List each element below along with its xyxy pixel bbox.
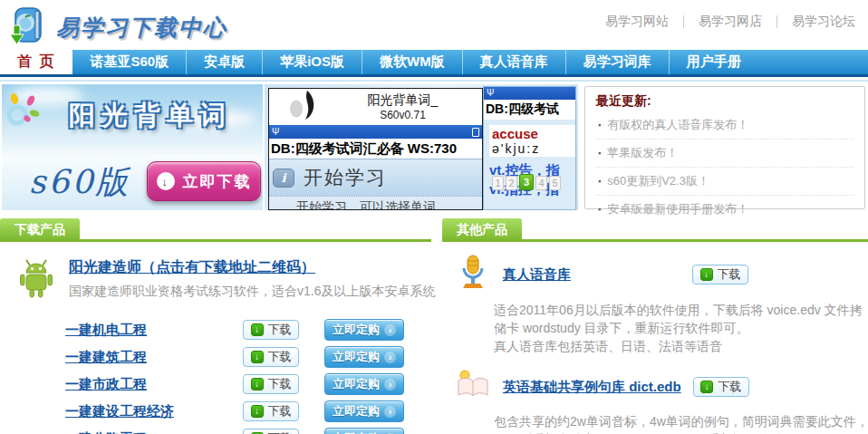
app-screenshot-1: 阳光背单词_ S60v0.71 Ψ DB:四级考试词汇必备 WS:730 i 开… bbox=[268, 88, 483, 210]
antenna-icon: Ψ bbox=[487, 89, 494, 98]
recent-updates-list: ▪ 有版权的真人语音库发布！ ▪ 苹果版发布！ ▪ s60更新到V2.3版！ ▪… bbox=[596, 111, 854, 223]
bullet-icon: ▪ bbox=[598, 149, 601, 158]
pager-3-active[interactable]: 3 bbox=[519, 174, 534, 190]
download-arrow-icon: ↓ bbox=[251, 351, 264, 363]
download-button[interactable]: ↓ 下载 bbox=[243, 347, 299, 367]
header-link-divider bbox=[683, 15, 684, 28]
other-product-link[interactable]: 英语基础共享例句库 dict.edb bbox=[503, 379, 681, 396]
bullet-icon: ▪ bbox=[598, 177, 601, 186]
main-nav: 首 页 诺基亚S60版 安卓版 苹果iOS版 微软WM版 真人语音库 易学习词库… bbox=[0, 50, 868, 77]
pager-4[interactable]: 4 bbox=[535, 176, 547, 190]
other-product-link[interactable]: 真人语音库 bbox=[503, 266, 680, 284]
pager-5[interactable]: 5 bbox=[549, 176, 561, 190]
download-label: 下载 bbox=[268, 376, 292, 392]
desc-line: 储卡 wordstudy 目录下，重新运行软件即可。 bbox=[494, 319, 868, 337]
desc-line: 真人语音库包括英语、日语、法语等语音 bbox=[494, 337, 868, 355]
featured-product-desc: 国家建造师职业资格考试练习软件，适合v1.6及以上版本安卓系统 bbox=[69, 284, 435, 300]
app-logo-icon bbox=[285, 89, 323, 125]
nav-tab-ios[interactable]: 苹果iOS版 bbox=[262, 50, 362, 74]
header-link-website[interactable]: 易学习网站 bbox=[605, 14, 669, 30]
recent-updates-title: 最近更新: bbox=[596, 93, 854, 111]
android-robot-icon bbox=[14, 256, 58, 305]
sun-logo-icon bbox=[4, 92, 45, 133]
download-arrow-icon: ↓ bbox=[251, 378, 264, 391]
nav-tab-manual[interactable]: 用户手册 bbox=[669, 50, 758, 74]
downloads-section-head: 下载产品 bbox=[0, 220, 431, 242]
microphone-icon bbox=[455, 254, 491, 295]
header-link-forum[interactable]: 易学习论坛 bbox=[792, 14, 855, 30]
pager-2[interactable]: 2 bbox=[506, 176, 517, 190]
chevron-right-icon: › bbox=[384, 406, 396, 418]
product-row: 一建市政工程 ↓ 下载 立即定购 › bbox=[0, 371, 431, 398]
other-product-desc: 适合2011年06月以后版本的软件使用，下载后将 voice.edv 文件拷 储… bbox=[494, 301, 868, 355]
nav-tab-nokia-s60[interactable]: 诺基亚S60版 bbox=[72, 50, 186, 74]
update-text: 苹果版发布！ bbox=[607, 145, 678, 161]
download-button[interactable]: ↓ 下载 bbox=[692, 265, 748, 285]
db-info-line: DB:四级考试词汇必备 WS:730 bbox=[269, 139, 482, 159]
order-now-button[interactable]: 立即定购 › bbox=[324, 373, 404, 395]
update-item: ▪ 有版权的真人语音库发布！ bbox=[596, 111, 854, 140]
order-now-button[interactable]: 立即定购 › bbox=[324, 346, 404, 368]
download-label: 下载 bbox=[718, 379, 741, 395]
site-logo[interactable]: 易学习下载中心 bbox=[7, 4, 227, 51]
nav-tab-voice-library[interactable]: 真人语音库 bbox=[462, 50, 565, 74]
download-arrow-icon: ↓ bbox=[251, 405, 264, 418]
product-link[interactable]: 一建建筑工程 bbox=[65, 349, 243, 366]
product-row: 一建建设工程经济 ↓ 下载 立即定购 › bbox=[0, 398, 431, 425]
word-card: accuse ə'kju:z bbox=[489, 125, 576, 157]
pager-1[interactable]: 1 bbox=[492, 176, 504, 190]
promo-title: 阳光背单词 bbox=[42, 98, 259, 134]
battery-icon bbox=[472, 128, 479, 137]
app-menu: i 开始学习 开始学习，可以选择单词 bbox=[269, 159, 482, 210]
page: 易学习下载中心 易学习网站 易学习网店 易学习论坛 首 页 诺基亚S60版 安卓… bbox=[0, 0, 868, 434]
phone-statusbar: Ψ bbox=[269, 125, 482, 139]
open-book-icon bbox=[455, 367, 491, 407]
promo-download-button[interactable]: ↓ 立即下载 bbox=[147, 161, 261, 201]
promo-banner: 阳光背单词 s60版 ↓ 立即下载 bbox=[2, 84, 263, 210]
app-title: 阳光背单词_ bbox=[323, 92, 482, 109]
menu-item-start-learning: i 开始学习 bbox=[269, 159, 482, 197]
chevron-right-icon: › bbox=[384, 324, 396, 336]
order-label: 立即定购 bbox=[333, 430, 380, 434]
update-text: 有版权的真人语音库发布！ bbox=[607, 117, 748, 133]
product-link[interactable]: 一建市政工程 bbox=[65, 376, 243, 393]
download-button[interactable]: ↓ 下载 bbox=[243, 429, 299, 434]
info-icon: i bbox=[273, 169, 294, 188]
promo-download-label: 立即下载 bbox=[183, 171, 252, 192]
update-item: ▪ 安卓版最新使用手册发布！ bbox=[596, 196, 854, 223]
featured-product: 阳光建造师（点击有下载地址二维码） 国家建造师职业资格考试练习软件，适合v1.6… bbox=[14, 256, 431, 305]
desc-line: 拷贝到手机存储卡wordstudy 目录下，重新运行软件即可。 bbox=[494, 430, 868, 434]
others-section: 其他产品 真人语音库 ↓ 下载 bbox=[442, 220, 868, 434]
download-button[interactable]: ↓ 下载 bbox=[243, 374, 299, 394]
order-now-button[interactable]: 立即定购 › bbox=[324, 400, 404, 422]
promo-edition-label: s60版 bbox=[29, 160, 130, 205]
others-section-tab: 其他产品 bbox=[442, 218, 522, 240]
download-arrow-icon: ↓ bbox=[700, 381, 713, 393]
product-list: 一建机电工程 ↓ 下载 立即定购 › 一建建筑工程 ↓ 下载 立即定购 bbox=[0, 316, 431, 434]
header-link-store[interactable]: 易学习网店 bbox=[699, 14, 762, 30]
screenshot1-titles: 阳光背单词_ S60v0.71 bbox=[323, 92, 482, 121]
desc-line: 包含共享的约2w单词音标，4w单词的例句，简明词典需要此文件，下 bbox=[494, 412, 868, 430]
bullet-icon: ▪ bbox=[598, 205, 601, 214]
backpack-download-icon bbox=[7, 4, 49, 51]
nav-tab-android[interactable]: 安卓版 bbox=[186, 50, 262, 74]
update-item: ▪ 苹果版发布！ bbox=[596, 140, 854, 168]
featured-product-link[interactable]: 阳光建造师（点击有下载地址二维码） bbox=[69, 258, 435, 277]
app-version: S60v0.71 bbox=[323, 109, 482, 121]
product-link[interactable]: 一建机电工程 bbox=[65, 322, 243, 339]
download-button[interactable]: ↓ 下载 bbox=[693, 377, 749, 397]
header-link-divider bbox=[776, 15, 777, 28]
download-button[interactable]: ↓ 下载 bbox=[243, 401, 299, 421]
order-label: 立即定购 bbox=[333, 349, 380, 365]
order-now-button[interactable]: 立即定购 › bbox=[324, 428, 404, 434]
carousel-pagination: 1 2 3 4 5 bbox=[492, 174, 561, 190]
nav-tab-word-library[interactable]: 易学习词库 bbox=[565, 50, 669, 74]
download-button[interactable]: ↓ 下载 bbox=[243, 320, 299, 340]
nav-underline bbox=[0, 80, 868, 82]
product-link[interactable]: 一建公路工程 bbox=[65, 430, 243, 434]
order-now-button[interactable]: 立即定购 › bbox=[324, 319, 404, 341]
nav-tab-home[interactable]: 首 页 bbox=[0, 50, 72, 74]
featured-product-info: 阳光建造师（点击有下载地址二维码） 国家建造师职业资格考试练习软件，适合v1.6… bbox=[69, 256, 435, 305]
product-link[interactable]: 一建建设工程经济 bbox=[65, 403, 243, 420]
nav-tab-wm[interactable]: 微软WM版 bbox=[362, 50, 462, 74]
